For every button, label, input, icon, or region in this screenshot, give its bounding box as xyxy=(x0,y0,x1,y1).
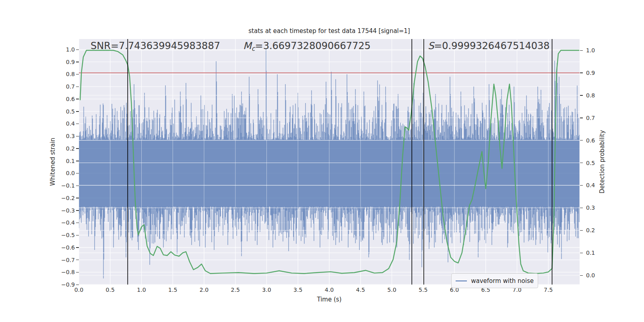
y-axis-label-right: Detection probability xyxy=(599,130,606,194)
y-left-tick-label: −0.3 xyxy=(61,208,75,213)
y-left-tick-label: −0.7 xyxy=(61,257,75,263)
y-left-tick-label-mark xyxy=(76,148,79,149)
y-left-tick-label: −0.8 xyxy=(61,269,75,275)
y-left-tick-label: 0.0 xyxy=(66,170,75,176)
y-left-tick-label: 0.1 xyxy=(66,158,75,164)
x-tick-label: 7.5 xyxy=(544,287,553,293)
y-left-tick-label-mark xyxy=(76,186,79,186)
y-left-tick-label-mark xyxy=(76,99,79,99)
y-left-tick-label: −0.2 xyxy=(61,195,75,201)
x-tick-label: 1.5 xyxy=(168,287,177,293)
y-right-tick-label: 0.2 xyxy=(586,227,595,233)
y-right-tick-label-mark xyxy=(580,95,583,95)
y-right-tick-label: 0.7 xyxy=(586,115,595,121)
y-left-tick-label: 0.7 xyxy=(66,84,75,89)
y-left-tick-label: 0.4 xyxy=(66,121,75,126)
y-left-tick-label-mark xyxy=(76,223,79,223)
y-left-tick-label: 0.5 xyxy=(66,109,75,114)
y-left-tick-label-mark xyxy=(76,74,79,74)
y-right-tick-label-mark xyxy=(580,208,583,208)
y-left-tick-label-mark xyxy=(76,285,79,285)
y-right-tick-label-mark xyxy=(580,163,583,163)
y-right-tick-label-mark xyxy=(580,118,583,118)
y-left-tick-label-mark xyxy=(76,136,79,136)
x-tick-label: 4.5 xyxy=(356,287,365,293)
y-left-tick-label-mark xyxy=(76,50,79,50)
y-right-tick-label: 0.1 xyxy=(586,250,595,256)
x-axis-label: Time (s) xyxy=(317,296,342,303)
x-tick-label: 4.0 xyxy=(325,287,334,293)
y-left-tick-label: 0.8 xyxy=(66,71,75,77)
y-left-tick-label-mark xyxy=(76,161,79,161)
y-right-tick-label: 0.8 xyxy=(586,93,595,98)
y-left-tick-label-mark xyxy=(76,235,79,235)
y-right-tick-label: 0.6 xyxy=(586,138,595,143)
legend-line-icon xyxy=(456,281,467,281)
y-right-tick-label-mark xyxy=(580,185,583,186)
x-tick-label: 5.5 xyxy=(419,287,427,293)
y-left-tick-label-mark xyxy=(76,247,79,248)
y-left-tick-label-mark xyxy=(76,198,79,198)
y-right-tick-label: 0.4 xyxy=(586,182,595,188)
y-right-tick-label-mark xyxy=(580,253,583,253)
legend: waveform with noise xyxy=(451,273,538,288)
x-tick-label: 1.0 xyxy=(137,287,146,293)
y-right-tick-label: 0.3 xyxy=(586,205,595,211)
annotation-significance: S=0.9999326467514038 xyxy=(428,41,550,52)
y-left-tick-label-mark xyxy=(76,111,79,111)
y-left-tick-label: 0.6 xyxy=(66,96,75,102)
x-tick-label: 2.0 xyxy=(200,287,208,293)
y-left-tick-label: −0.6 xyxy=(61,245,75,250)
y-left-tick-label: 1.0 xyxy=(66,47,75,52)
y-left-tick-label: 0.2 xyxy=(66,146,75,151)
x-tick-label: 3.0 xyxy=(262,287,271,293)
y-right-tick-label-mark xyxy=(580,72,583,73)
y-right-tick-label-mark xyxy=(580,275,583,276)
y-left-tick-label: 0.9 xyxy=(66,59,75,65)
x-tick-label: 0.0 xyxy=(74,287,83,293)
y-right-tick-label-mark xyxy=(580,140,583,140)
y-right-tick-label: 0.0 xyxy=(586,272,595,278)
annotation-chirp-mass: Mc=3.6697328090667725 xyxy=(243,41,371,52)
y-left-tick-label: 0.3 xyxy=(66,133,75,139)
y-axis-label-left: Whitened strain xyxy=(49,138,56,186)
x-tick-label: 0.5 xyxy=(106,287,115,293)
figure: stats at each timestep for test data 175… xyxy=(0,0,644,322)
y-left-tick-label: −0.4 xyxy=(61,220,75,225)
y-right-tick-label-mark xyxy=(580,50,583,51)
annotation-snr: SNR=7.743639945983887 xyxy=(91,41,220,52)
y-left-tick-label: −0.5 xyxy=(61,232,75,238)
y-left-tick-label-mark xyxy=(76,210,79,211)
y-left-tick-label-mark xyxy=(76,173,79,173)
y-left-tick-label-mark xyxy=(76,62,79,62)
x-tick-label: 2.5 xyxy=(231,287,240,293)
y-right-tick-label: 1.0 xyxy=(586,47,595,53)
y-left-tick-label-mark xyxy=(76,260,79,260)
x-tick-label: 3.5 xyxy=(293,287,302,293)
y-right-tick-label: 0.5 xyxy=(586,160,595,166)
x-tick-label: 5.0 xyxy=(387,287,396,293)
y-right-tick-label: 0.9 xyxy=(586,70,595,76)
y-left-tick-label-mark xyxy=(76,87,79,87)
legend-label: waveform with noise xyxy=(471,277,534,285)
y-right-tick-label-mark xyxy=(580,230,583,231)
y-left-tick-label: −0.1 xyxy=(61,183,75,188)
y-left-tick-label: −0.9 xyxy=(61,282,75,287)
y-left-tick-label-mark xyxy=(76,272,79,272)
y-left-tick-label-mark xyxy=(76,124,79,124)
